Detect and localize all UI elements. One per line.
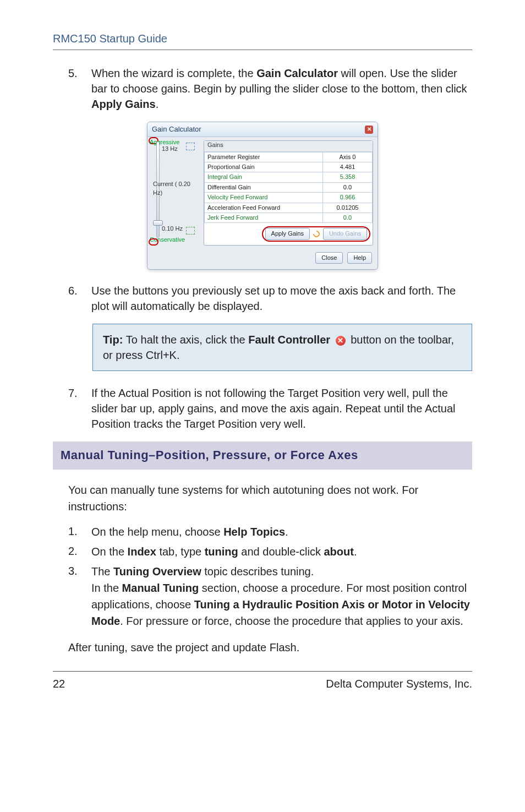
list-item: 2. On the Index tab, type tuning and dou… [53,543,472,560]
dialog-titlebar: Gain Calculator ✕ [147,122,378,137]
freq-top-label: 13 Hz [162,145,178,153]
undo-gains-button[interactable]: Undo Gains [323,228,367,239]
table-row: Acceleration Feed Forward0.01205 [205,203,373,212]
page: RMC150 Startup Guide 5. When the wizard … [0,0,525,812]
help-button[interactable]: Help [347,252,372,264]
gains-header: Gains [204,141,373,151]
gains-table: Parameter RegisterAxis 0 Proportional Ga… [204,152,373,224]
gains-button-row: Apply Gains Undo Gains [204,223,373,244]
page-footer: 22 Delta Computer Systems, Inc. [53,672,472,691]
list-item: 1. On the help menu, choose Help Topics. [53,524,472,540]
ruler-icon[interactable] [186,143,195,150]
table-row: Proportional Gain4.481 [205,162,373,172]
slider-column: Aggressive 13 Hz Current ( 0.20 Hz) 0.10… [152,140,200,246]
tip-label: Tip: [103,334,126,346]
tip-callout: Tip: To halt the axis, click the Fault C… [92,324,472,371]
step-7: 7. If the Actual Position is not followi… [53,385,472,432]
fault-controller-icon: ✕ [336,336,346,346]
table-row: Parameter RegisterAxis 0 [205,152,373,162]
list-item: 3. The Tuning Overview topic describes t… [53,563,472,629]
step-num: 6. [68,283,91,314]
gains-panel: Gains Parameter RegisterAxis 0 Proportio… [204,140,373,246]
close-button[interactable]: Close [315,252,343,264]
section-heading: Manual Tuning–Position, Pressure, or For… [53,442,472,470]
step-num: 7. [68,385,91,432]
freq-bottom-label: 0.10 Hz [162,225,183,233]
step-body: Use the buttons you previously set up to… [91,283,472,314]
step-6: 6. Use the buttons you previously set up… [53,283,472,314]
dialog-footer: Close Help [147,248,378,269]
header-rule [53,50,472,50]
table-row: Differential Gain0.0 [205,182,373,192]
manual-tuning-list: 1. On the help menu, choose Help Topics.… [53,524,472,629]
gain-calculator-dialog: Gain Calculator ✕ Aggressive 13 Hz Curre… [147,122,378,270]
step-5: 5. When the wizard is complete, the Gain… [53,66,472,112]
table-row: Jerk Feed Forward0.0 [205,212,373,222]
step-num: 5. [68,66,91,112]
table-row: Velocity Feed Forward0.966 [205,193,373,203]
highlight-apply-undo: Apply Gains Undo Gains [262,226,370,241]
dialog-title: Gain Calculator [152,124,201,134]
apply-gains-button[interactable]: Apply Gains [265,228,310,239]
after-paragraph: After tuning, save the project and updat… [53,639,472,656]
page-header: RMC150 Startup Guide [53,31,472,46]
undo-icon [311,230,321,239]
table-row: Integral Gain5.358 [205,172,373,182]
company-name: Delta Computer Systems, Inc. [326,676,472,691]
step-body: When the wizard is complete, the Gain Ca… [91,66,472,112]
close-icon[interactable]: ✕ [365,126,373,134]
intro-paragraph: You can manually tune systems for which … [53,482,472,515]
page-number: 22 [53,676,65,691]
response-icon[interactable] [186,227,195,235]
highlight-conservative [149,238,158,246]
freq-current-label: Current ( 0.20 Hz) [153,180,200,197]
step-body: If the Actual Position is not following … [91,385,472,432]
